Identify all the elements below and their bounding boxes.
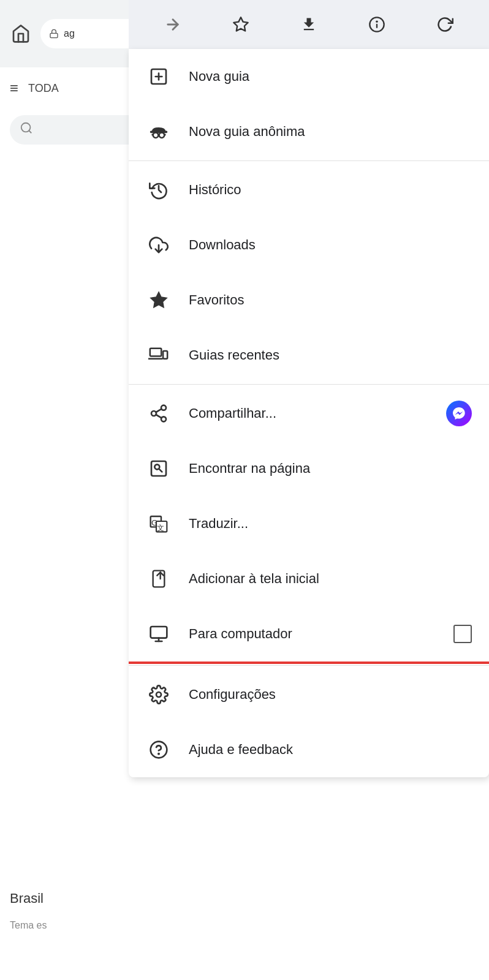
svg-line-26 bbox=[156, 409, 161, 412]
history-icon bbox=[146, 177, 172, 203]
brasil-label: Brasil bbox=[10, 891, 44, 907]
svg-line-2 bbox=[29, 130, 31, 133]
configuracoes-label: Configurações bbox=[189, 687, 472, 703]
desktop-icon bbox=[146, 621, 172, 647]
svg-rect-11 bbox=[150, 131, 167, 134]
menu-item-adicionar[interactable]: Adicionar à tela inicial bbox=[129, 551, 489, 606]
divider-1 bbox=[129, 160, 489, 161]
encontrar-label: Encontrar na página bbox=[189, 461, 472, 477]
svg-rect-20 bbox=[163, 351, 167, 359]
address-text: ag bbox=[64, 28, 75, 39]
dropdown-menu: Nova guia Nova guia anônima bbox=[129, 49, 489, 777]
svg-point-13 bbox=[159, 132, 165, 138]
home-button[interactable] bbox=[6, 19, 36, 48]
hamburger-icon: ≡ bbox=[10, 80, 18, 97]
svg-line-29 bbox=[159, 469, 162, 472]
svg-point-40 bbox=[156, 692, 161, 697]
bookmark-button[interactable] bbox=[225, 9, 257, 40]
recent-tabs-icon bbox=[146, 342, 172, 368]
dropdown-topbar bbox=[129, 0, 489, 49]
nova-guia-label: Nova guia bbox=[189, 69, 472, 85]
settings-icon bbox=[146, 682, 172, 707]
menu-item-encontrar[interactable]: Encontrar na página bbox=[129, 441, 489, 496]
svg-line-15 bbox=[152, 134, 153, 135]
menu-item-ajuda[interactable]: Ajuda e feedback bbox=[129, 722, 489, 777]
svg-point-12 bbox=[153, 132, 158, 138]
desktop-mode-checkbox[interactable] bbox=[453, 625, 472, 643]
red-divider bbox=[129, 662, 489, 664]
guias-recentes-label: Guias recentes bbox=[189, 347, 472, 363]
menu-item-nova-guia[interactable]: Nova guia bbox=[129, 49, 489, 104]
find-icon bbox=[146, 456, 172, 481]
messenger-extra bbox=[446, 401, 472, 426]
svg-marker-18 bbox=[151, 292, 167, 307]
menu-item-historico[interactable]: Histórico bbox=[129, 162, 489, 217]
traduzir-label: Traduzir... bbox=[189, 516, 472, 532]
checkbox-extra bbox=[453, 625, 472, 643]
forward-button[interactable] bbox=[157, 9, 189, 40]
menu-item-downloads[interactable]: Downloads bbox=[129, 217, 489, 273]
incognito-icon bbox=[146, 119, 172, 145]
svg-rect-0 bbox=[50, 33, 58, 37]
svg-rect-37 bbox=[151, 627, 167, 638]
add-home-icon bbox=[146, 566, 172, 592]
menu-item-guias-recentes[interactable]: Guias recentes bbox=[129, 328, 489, 383]
nova-guia-anonima-label: Nova guia anônima bbox=[189, 124, 472, 140]
refresh-button[interactable] bbox=[429, 9, 461, 40]
downloads-icon bbox=[146, 232, 172, 258]
download-button[interactable] bbox=[293, 9, 325, 40]
svg-line-16 bbox=[164, 134, 165, 135]
downloads-label: Downloads bbox=[189, 237, 472, 253]
svg-marker-4 bbox=[233, 17, 248, 31]
search-icon bbox=[20, 121, 33, 138]
translate-icon: G × 文 bbox=[146, 511, 172, 537]
new-tab-icon bbox=[146, 64, 172, 89]
menu-item-favoritos[interactable]: Favoritos bbox=[129, 273, 489, 328]
compartilhar-label: Compartilhar... bbox=[189, 405, 429, 421]
svg-line-25 bbox=[156, 415, 161, 418]
ajuda-label: Ajuda e feedback bbox=[189, 742, 472, 758]
messenger-icon bbox=[446, 401, 472, 426]
info-button[interactable] bbox=[361, 9, 393, 40]
dropdown-overlay: Nova guia Nova guia anônima bbox=[129, 0, 489, 980]
divider-3 bbox=[129, 665, 489, 666]
divider-2 bbox=[129, 384, 489, 385]
lock-icon bbox=[49, 29, 59, 39]
share-icon bbox=[146, 401, 172, 426]
svg-text:文: 文 bbox=[157, 524, 164, 532]
menu-item-traduzir[interactable]: G × 文 Traduzir... bbox=[129, 496, 489, 551]
favoritos-icon bbox=[146, 287, 172, 313]
adicionar-label: Adicionar à tela inicial bbox=[189, 571, 472, 587]
tema-label: Tema es bbox=[10, 920, 47, 931]
menu-item-compartilhar[interactable]: Compartilhar... bbox=[129, 386, 489, 441]
menu-item-configuracoes[interactable]: Configurações bbox=[129, 667, 489, 722]
menu-item-nova-guia-anonima[interactable]: Nova guia anônima bbox=[129, 104, 489, 159]
para-computador-label: Para computador bbox=[189, 626, 436, 642]
svg-rect-19 bbox=[150, 349, 161, 356]
help-icon bbox=[146, 737, 172, 763]
svg-point-1 bbox=[21, 123, 31, 132]
favoritos-label: Favoritos bbox=[189, 292, 472, 308]
menu-item-para-computador[interactable]: Para computador bbox=[129, 606, 489, 662]
svg-point-28 bbox=[154, 464, 159, 469]
historico-label: Histórico bbox=[189, 182, 472, 198]
toda-text: TODA bbox=[28, 82, 59, 95]
